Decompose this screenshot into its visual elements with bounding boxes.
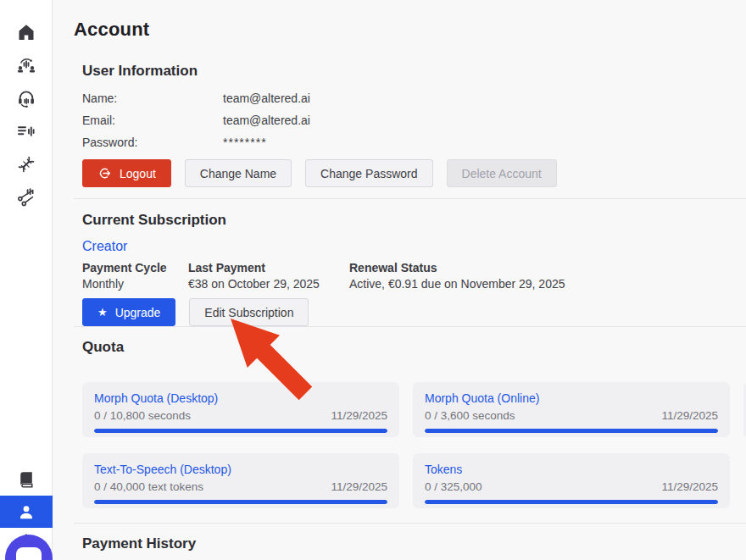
renewal-status-col: Renewal Status Active, €0.91 due on Nove… — [349, 260, 565, 292]
quota-usage: 0 / 325,000 — [425, 480, 482, 493]
edit-subscription-button[interactable]: Edit Subscription — [189, 298, 309, 326]
account-page: Account User Information Name: team@alte… — [53, 0, 746, 560]
email-value: team@altered.ai — [223, 114, 310, 127]
payment-cycle-label: Payment Cycle — [82, 260, 188, 276]
quota-card-tts-desktop: Text-To-Speech (Desktop) 0 / 40,000 text… — [82, 453, 399, 508]
star-icon: ★ — [97, 307, 108, 318]
password-row: Password: ******** — [82, 131, 746, 153]
sidebar-item-account[interactable] — [0, 496, 53, 528]
last-payment-label: Last Payment — [188, 260, 349, 276]
quota-renewal-date: 11/29/2025 — [661, 409, 718, 422]
quota-renewal-date: 11/29/2025 — [331, 480, 387, 493]
quota-progress-bar — [94, 500, 387, 504]
quota-card-title[interactable]: Morph Quota (Desktop) — [94, 391, 387, 405]
upgrade-label: Upgrade — [115, 306, 161, 319]
home-icon[interactable] — [0, 22, 53, 42]
quota-heading: Quota — [82, 339, 746, 356]
logout-icon — [97, 166, 112, 180]
quota-card-tokens: Tokens 0 / 325,000 11/29/2025 — [413, 453, 730, 508]
quota-card-title[interactable]: Tokens — [425, 463, 718, 476]
quota-renewal-date: 11/29/2025 — [661, 480, 718, 493]
quota-progress-bar — [425, 500, 718, 504]
logout-label: Logout — [120, 167, 156, 180]
quota-usage: 0 / 40,000 text tokens — [94, 480, 203, 493]
quota-grid: Morph Quota (Desktop) 0 / 10,800 seconds… — [82, 382, 746, 508]
current-subscription-heading: Current Subscription — [82, 212, 746, 229]
quota-usage: 0 / 10,800 seconds — [94, 409, 191, 422]
email-label: Email: — [82, 114, 223, 127]
current-subscription-section: Current Subscription Creator Payment Cyc… — [74, 212, 746, 326]
email-row: Email: team@altered.ai — [82, 109, 746, 131]
voice-dna-icon[interactable] — [0, 154, 53, 175]
password-label: Password: — [82, 136, 223, 149]
user-information-section: User Information Name: team@altered.ai E… — [74, 63, 746, 187]
payment-history-section: Payment History — [74, 535, 746, 552]
payment-cycle-col: Payment Cycle Monthly — [82, 260, 188, 292]
chat-widget-logo — [16, 547, 42, 560]
name-value: team@altered.ai — [223, 91, 310, 105]
renewal-status-value: Active, €0.91 due on November 29, 2025 — [349, 276, 565, 292]
live-voice-icon[interactable] — [0, 88, 53, 108]
quota-card-morph-desktop: Morph Quota (Desktop) 0 / 10,800 seconds… — [82, 382, 399, 437]
quota-progress-bar — [425, 429, 718, 433]
sidebar — [0, 0, 53, 560]
page-title: Account — [74, 19, 746, 41]
text-to-speech-icon[interactable] — [0, 121, 53, 141]
change-password-button[interactable]: Change Password — [305, 159, 432, 187]
plan-name-link[interactable]: Creator — [82, 239, 127, 254]
speech-to-speech-icon[interactable] — [0, 55, 53, 75]
name-row: Name: team@altered.ai — [82, 87, 746, 109]
last-payment-value: €38 on October 29, 2025 — [188, 276, 349, 292]
upgrade-button[interactable]: ★ Upgrade — [82, 298, 175, 326]
docs-book-icon[interactable] — [0, 463, 53, 496]
quota-usage: 0 / 3,600 seconds — [425, 409, 515, 422]
quota-progress-bar — [94, 429, 387, 433]
delete-account-button[interactable]: Delete Account — [447, 159, 557, 187]
renewal-status-label: Renewal Status — [349, 260, 565, 276]
last-payment-col: Last Payment €38 on October 29, 2025 — [188, 260, 349, 292]
account-person-icon — [16, 502, 36, 522]
divider — [74, 198, 746, 199]
divider — [74, 326, 746, 327]
user-information-heading: User Information — [82, 63, 746, 80]
quota-card-morph-online: Morph Quota (Online) 0 / 3,600 seconds 1… — [413, 382, 730, 437]
divider — [74, 523, 746, 524]
logout-button[interactable]: Logout — [82, 159, 171, 187]
quota-renewal-date: 11/29/2025 — [331, 409, 387, 422]
payment-cycle-value: Monthly — [82, 276, 188, 292]
quota-card-title[interactable]: Morph Quota (Online) — [425, 391, 718, 405]
change-name-button[interactable]: Change Name — [185, 159, 292, 187]
quota-section: Quota Morph Quota (Desktop) 0 / 10,800 s… — [74, 339, 746, 508]
quota-card-title[interactable]: Text-To-Speech (Desktop) — [94, 463, 387, 476]
audio-clip-icon[interactable] — [0, 187, 53, 208]
name-label: Name: — [82, 91, 223, 105]
password-value: ******** — [223, 136, 267, 149]
payment-history-heading: Payment History — [82, 535, 746, 552]
